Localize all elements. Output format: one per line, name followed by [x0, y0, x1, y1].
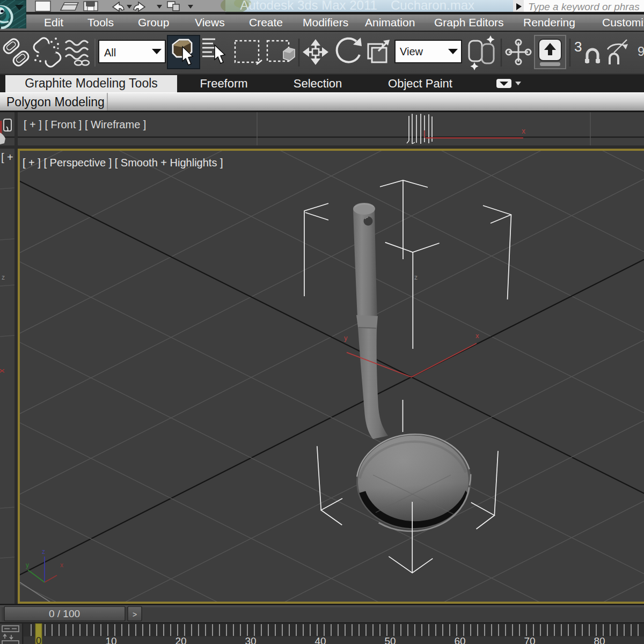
svg-text:View: View	[400, 46, 423, 57]
svg-text:0: 0	[36, 635, 41, 644]
svg-text:[ + ] [ Front ] [ Wireframe ]: [ + ] [ Front ] [ Wireframe ]	[24, 119, 146, 130]
svg-text:y: y	[26, 561, 29, 569]
svg-text:Cucharon.max: Cucharon.max	[391, 0, 474, 12]
svg-text:Views: Views	[195, 16, 225, 28]
svg-text:50: 50	[384, 635, 396, 644]
svg-text:10: 10	[105, 635, 116, 644]
svg-text:z: z	[2, 274, 5, 281]
svg-text:Freeform: Freeform	[200, 77, 247, 90]
svg-text:x: x	[475, 332, 479, 340]
svg-text:Group: Group	[138, 16, 169, 28]
svg-text:3: 3	[574, 39, 582, 55]
svg-text:Create: Create	[249, 16, 283, 28]
svg-text:Tools: Tools	[87, 16, 114, 28]
svg-text:x: x	[522, 127, 525, 135]
svg-text:40: 40	[314, 635, 326, 644]
svg-text:30: 30	[245, 635, 256, 644]
svg-text:0 / 100: 0 / 100	[49, 608, 80, 619]
svg-text:Customize: Customize	[602, 16, 644, 28]
svg-text:z: z	[414, 274, 418, 281]
svg-text:9: 9	[638, 44, 644, 58]
svg-text:z: z	[42, 548, 45, 555]
svg-text:Autodesk 3ds Max 2011: Autodesk 3ds Max 2011	[240, 0, 377, 12]
svg-text:>: >	[133, 610, 137, 619]
svg-text:x: x	[60, 561, 63, 569]
svg-text:Selection: Selection	[294, 77, 342, 90]
svg-text:Animation: Animation	[365, 16, 415, 28]
svg-text:Polygon Modeling: Polygon Modeling	[6, 95, 105, 109]
svg-text:Type a keyword or phras: Type a keyword or phras	[528, 1, 640, 12]
svg-text:20: 20	[175, 635, 186, 644]
svg-text:80: 80	[594, 635, 605, 644]
svg-text:Graph Editors: Graph Editors	[434, 16, 504, 28]
svg-text:Modifiers: Modifiers	[303, 16, 348, 28]
svg-text:Object Paint: Object Paint	[388, 77, 452, 90]
svg-text:Edit: Edit	[44, 16, 63, 28]
svg-text:Graphite Modeling Tools: Graphite Modeling Tools	[25, 76, 158, 90]
svg-text:Rendering: Rendering	[523, 16, 575, 28]
svg-text:60: 60	[454, 635, 465, 644]
svg-text:70: 70	[524, 635, 535, 644]
svg-text:y: y	[344, 334, 348, 342]
svg-text:All: All	[104, 47, 116, 58]
svg-text:[ +: [ +	[1, 151, 13, 163]
svg-text:[ + ] [ Perspective ] [ Smooth: [ + ] [ Perspective ] [ Smooth + Highlig…	[23, 157, 223, 169]
